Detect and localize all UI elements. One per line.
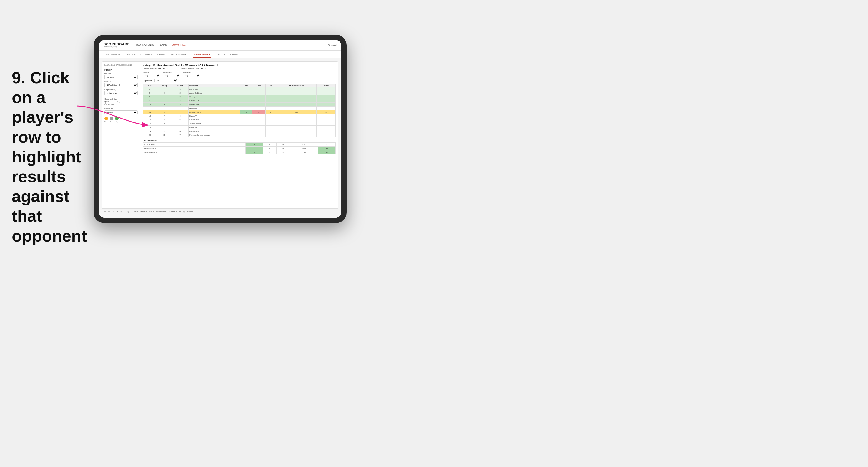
colour-dot-up	[115, 117, 119, 120]
out-of-division: Out of division Foreign Team 1 0 0 4.500…	[143, 139, 336, 154]
tablet-frame: SCOREBOARD Powered by clippi TOURNAMENTS…	[94, 35, 347, 223]
table-row[interactable]: 20117 Federica Domecq Lacroze	[143, 133, 336, 137]
sign-out-button[interactable]: | Sign out	[327, 44, 337, 46]
radio-dot-opponents	[104, 101, 106, 103]
bottom-toolbar: ↩ ↪ ↲ ⧉ ⊕ · ◷ | View: Original Save Cust…	[102, 208, 338, 215]
toolbar-grid[interactable]: ⊞	[183, 211, 185, 213]
col-tie: Tie	[266, 84, 276, 87]
toolbar-zoom[interactable]: ⊕	[179, 211, 181, 213]
conference-select[interactable]: (All)	[163, 73, 180, 77]
radio-dot-top100	[104, 103, 106, 105]
radio-opponents-played[interactable]: Opponents Played	[104, 101, 138, 103]
opponent-view-label: Opponent view	[104, 98, 138, 100]
gender-label: Gender	[104, 72, 138, 74]
opponent-filter: Opponent (All)	[183, 71, 200, 77]
tab-player-h2h-grid[interactable]: PLAYER H2H GRID	[193, 51, 211, 58]
nav-tournaments[interactable]: TOURNAMENTS	[136, 43, 154, 48]
nav-committee[interactable]: COMMITTEE	[172, 43, 186, 48]
table-row[interactable]: 31 Esther Lee	[143, 87, 336, 91]
colour-dot-down	[104, 117, 108, 120]
colour-by-label: Colour by	[104, 108, 138, 110]
table-row-jessica-huang[interactable]: 131 Jessica Huang 0 1 0 -3.00 2	[143, 111, 336, 114]
division-dropdown[interactable]: NCAA Division III	[104, 83, 138, 87]
powered-by: Powered by clippi	[103, 46, 130, 48]
grid-title: Katelyn Vo Head-to-Head Grid for Women's…	[143, 64, 336, 67]
table-row[interactable]: 914 Sharon Mun	[143, 99, 336, 103]
colour-dots	[104, 117, 138, 120]
filters-row: Region (All) Conference (All)	[143, 71, 336, 77]
tab-player-summary[interactable]: PLAYER SUMMARY	[170, 51, 189, 58]
table-row[interactable]: 1822 Euna Lee	[143, 126, 336, 129]
table-row[interactable]: NCAA Division 2 5 0 0 7.400 10	[143, 150, 336, 154]
toolbar-add[interactable]: ⊕	[120, 211, 122, 213]
colour-section: Colour by Win/loss Down Level Up	[104, 108, 138, 123]
tab-team-summary[interactable]: TEAM SUMMARY	[103, 51, 120, 58]
tablet-screen: SCOREBOARD Powered by clippi TOURNAMENTS…	[99, 40, 341, 218]
annotation-text: 9. Click on a player's row to highlight …	[12, 68, 91, 246]
main-card: Last Updated: 27/03/2024 16:55:28 Player…	[102, 61, 338, 208]
gender-dropdown[interactable]: Women's	[104, 75, 138, 79]
colour-by-dropdown[interactable]: Win/loss	[104, 111, 138, 115]
h2h-grid-table: # Div # Reg # Conf Opponent Win Loss Tie…	[143, 84, 336, 137]
conference-filter: Conference (All)	[163, 71, 180, 77]
table-row[interactable]: 1585 Stella Chang	[143, 118, 336, 122]
nav-bar: SCOREBOARD Powered by clippi TOURNAMENTS…	[99, 40, 341, 51]
col-win: Win	[240, 84, 252, 87]
table-row[interactable]: 19106 Emily Chang	[143, 129, 336, 133]
right-panel: Katelyn Vo Head-to-Head Grid for Women's…	[141, 62, 338, 208]
table-row[interactable]: NAIA Division 1 15 0 0 9.267 30	[143, 147, 336, 150]
colour-labels: Down Level Up	[104, 121, 138, 123]
tab-team-h2h-heatmap[interactable]: TEAM H2H HEATMAP	[145, 51, 166, 58]
table-row[interactable]: 613 Sydney Kuo	[143, 95, 336, 99]
out-of-division-label: Out of division	[143, 139, 336, 142]
sub-nav: TEAM SUMMARY TEAM H2H GRID TEAM H2H HEAT…	[99, 51, 341, 58]
toolbar-copy[interactable]: ⧉	[117, 211, 118, 213]
toolbar-redo[interactable]: ↪	[108, 211, 110, 213]
toolbar-watch[interactable]: Watch ▾	[169, 211, 177, 213]
toolbar-dot[interactable]: ·	[124, 211, 125, 213]
toolbar-save-custom[interactable]: Save Custom View	[150, 211, 167, 213]
opponents-select[interactable]: (All)	[154, 79, 178, 83]
toolbar-share[interactable]: Share	[187, 211, 193, 213]
radio-top100[interactable]: Top 100	[104, 103, 138, 105]
table-row[interactable]: Haeji Hyun	[143, 106, 336, 111]
tab-player-h2h-heatmap[interactable]: PLAYER H2H HEATMAP	[215, 51, 238, 58]
tab-team-h2h-grid[interactable]: TEAM H2H GRID	[124, 51, 141, 58]
table-row[interactable]: 522 Alexis Sudjianto	[143, 91, 336, 95]
toolbar-clock[interactable]: ◷	[127, 211, 129, 213]
table-row[interactable]: Foreign Team 1 0 0 4.500 2	[143, 143, 336, 147]
opponents-row: Opponents: (All)	[143, 79, 336, 83]
region-filter: Region (All)	[143, 71, 160, 77]
col-div: # Div	[143, 84, 157, 87]
toolbar-back[interactable]: ↲	[113, 211, 114, 213]
col-opponent: Opponent	[189, 84, 240, 87]
col-diff: Diff Av Strokes/Rnd	[276, 84, 317, 87]
division-label: Division	[104, 80, 138, 83]
timestamp: Last Updated: 27/03/2024 16:55:28	[104, 64, 138, 66]
left-panel: Last Updated: 27/03/2024 16:55:28 Player…	[102, 62, 141, 208]
logo-text: SCOREBOARD	[103, 43, 130, 46]
nav-teams[interactable]: TEAMS	[159, 43, 167, 48]
col-rounds: Rounds	[317, 84, 336, 87]
nav-links: TOURNAMENTS TEAMS COMMITTEE	[136, 43, 327, 48]
opponent-select[interactable]: (All)	[183, 73, 200, 77]
opponent-view: Opponent view Opponents Played Top 100	[104, 98, 138, 105]
toolbar-undo[interactable]: ↩	[104, 211, 106, 213]
player-rank-dropdown[interactable]: 8. Katelyn Vo	[104, 91, 138, 95]
player-section-title: Player	[104, 68, 138, 71]
player-rank-label: Player (Rank)	[104, 88, 138, 90]
main-content: Last Updated: 27/03/2024 16:55:28 Player…	[99, 58, 341, 218]
record-row: Overall Record: 353 - 34 - 6 Division Re…	[143, 67, 336, 69]
col-conf: # Conf	[172, 84, 189, 87]
table-row[interactable]: 1474 Eunice Yi	[143, 114, 336, 118]
region-select[interactable]: (All)	[143, 73, 160, 77]
logo-area: SCOREBOARD Powered by clippi	[103, 43, 130, 48]
table-row[interactable]: 1691 Jessica Mason	[143, 122, 336, 126]
col-reg: # Reg	[157, 84, 172, 87]
col-loss: Loss	[252, 84, 266, 87]
colour-dot-level	[110, 117, 113, 120]
toolbar-view-original[interactable]: View: Original	[134, 211, 147, 213]
out-of-division-table: Foreign Team 1 0 0 4.500 2 NAIA Division…	[143, 143, 336, 154]
table-row[interactable]: 1063 Andrea York	[143, 103, 336, 106]
